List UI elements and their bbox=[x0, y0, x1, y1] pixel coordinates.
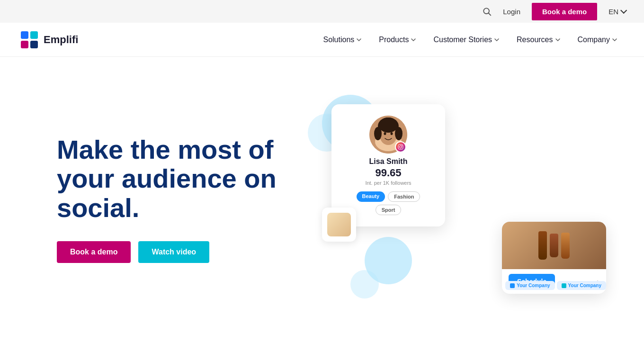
bottle-1 bbox=[538, 231, 547, 260]
chevron-down-icon bbox=[411, 37, 416, 43]
chevron-down-icon bbox=[555, 37, 561, 43]
tag-fashion: Fashion bbox=[388, 191, 420, 202]
nav-resources[interactable]: Resources bbox=[509, 32, 568, 48]
svg-rect-20 bbox=[562, 283, 566, 288]
login-button[interactable]: Login bbox=[503, 8, 520, 16]
svg-rect-6 bbox=[30, 41, 38, 48]
nav-links: Solutions Products Customer Stories Reso… bbox=[315, 32, 625, 48]
schedule-card: Schedule › Your Company Your Company bbox=[502, 222, 606, 294]
chevron-down-icon bbox=[620, 7, 627, 14]
influencer-score: 99.65 bbox=[345, 167, 432, 179]
hero-book-demo-button[interactable]: Book a demo bbox=[57, 241, 131, 263]
svg-line-1 bbox=[489, 13, 491, 16]
product-thumbnail bbox=[327, 213, 351, 236]
svg-rect-5 bbox=[21, 41, 28, 48]
topbar-book-demo-button[interactable]: Book a demo bbox=[532, 3, 597, 20]
decorative-bubble bbox=[350, 270, 379, 299]
company-row: Your Company Your Company bbox=[505, 281, 606, 290]
chevron-down-icon bbox=[612, 37, 617, 43]
tag-sport: Sport bbox=[376, 205, 402, 215]
bottle-2 bbox=[550, 234, 558, 257]
avatar-wrapper bbox=[369, 116, 407, 154]
svg-rect-16 bbox=[398, 145, 403, 149]
svg-point-15 bbox=[379, 118, 398, 133]
logo-text: Emplifi bbox=[44, 34, 78, 46]
tag-beauty: Beauty bbox=[357, 191, 385, 202]
chevron-down-icon bbox=[356, 37, 362, 43]
company-tag-2: Your Company bbox=[557, 281, 606, 290]
nav-customer-stories[interactable]: Customer Stories bbox=[426, 32, 507, 48]
company-tag-1: Your Company bbox=[505, 281, 555, 290]
svg-point-17 bbox=[400, 146, 402, 148]
hero-text: Make the most of your audience on social… bbox=[57, 135, 294, 263]
nav-products[interactable]: Products bbox=[371, 32, 424, 48]
language-selector[interactable]: EN bbox=[608, 8, 625, 16]
nav-company[interactable]: Company bbox=[570, 32, 625, 48]
svg-point-12 bbox=[391, 132, 393, 135]
influencer-meta: Int. per 1K followers bbox=[345, 180, 432, 186]
navbar: Emplifi Solutions Products Customer Stor… bbox=[0, 23, 644, 57]
svg-point-11 bbox=[384, 132, 386, 135]
instagram-badge bbox=[395, 141, 406, 153]
bottom-section: 20,000+ brands trust Emplifi bbox=[0, 341, 644, 362]
hero-section: Make the most of your audience on social… bbox=[0, 57, 644, 341]
topbar: Login Book a demo EN bbox=[0, 0, 644, 23]
svg-rect-3 bbox=[21, 31, 28, 39]
logo-link[interactable]: Emplifi bbox=[19, 29, 78, 50]
tag-row: Beauty Fashion Sport bbox=[345, 191, 432, 215]
svg-rect-4 bbox=[30, 31, 38, 39]
hero-title: Make the most of your audience on social… bbox=[57, 135, 294, 223]
influencer-name: Lisa Smith bbox=[345, 157, 432, 166]
hero-buttons: Book a demo Watch video bbox=[57, 241, 294, 263]
search-button[interactable] bbox=[482, 7, 492, 16]
svg-rect-19 bbox=[510, 283, 515, 288]
hero-watch-video-button[interactable]: Watch video bbox=[138, 241, 209, 263]
schedule-image bbox=[502, 222, 606, 269]
nav-solutions[interactable]: Solutions bbox=[315, 32, 369, 48]
svg-point-18 bbox=[402, 145, 402, 146]
chevron-down-icon bbox=[494, 37, 500, 43]
product-small-card bbox=[322, 208, 356, 242]
bottle-3 bbox=[561, 233, 570, 259]
hero-visual: Lisa Smith 99.65 Int. per 1K followers B… bbox=[294, 85, 606, 313]
